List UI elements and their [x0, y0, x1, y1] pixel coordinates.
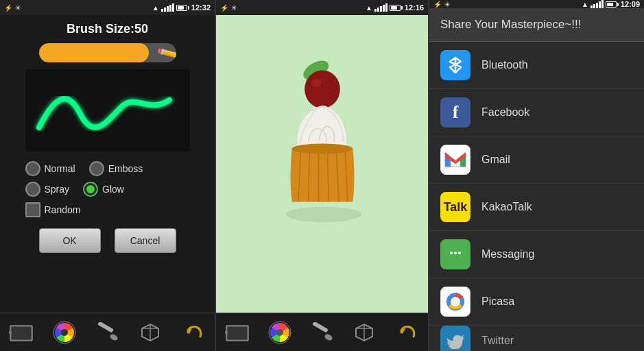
spray-label: Spray	[45, 184, 70, 195]
glow-radio[interactable]	[83, 182, 98, 197]
svg-rect-1	[12, 327, 31, 339]
brush-icon-2	[309, 322, 334, 343]
share-dialog-title: Share Your Masterpiece~!!!	[440, 18, 633, 32]
svg-point-28	[324, 332, 333, 341]
wifi-icon-1: ▲	[152, 4, 159, 12]
brush-toolbar-icon[interactable]	[93, 319, 121, 346]
status-icons-left-2: ⚡ ✳	[220, 4, 237, 12]
share-item-picasa[interactable]: Picasa	[429, 278, 644, 326]
spray-option[interactable]: Spray	[25, 182, 70, 197]
status-bar-2: ⚡ ✳ ▲ 12:16	[216, 0, 428, 15]
random-label: Random	[45, 204, 81, 215]
color-wheel-toolbar-icon-2[interactable]	[266, 319, 294, 346]
signal-bars-3	[591, 0, 604, 8]
options-row-1: Normal Emboss	[25, 161, 143, 176]
twitter-app-name: Twitter	[481, 335, 514, 347]
undo-toolbar-icon-2[interactable]	[393, 319, 420, 346]
normal-radio[interactable]	[25, 161, 40, 176]
share-item-kakaotalk[interactable]: Talk KakaoTalk	[429, 184, 644, 231]
brush-slider[interactable]: ✏️	[39, 43, 176, 62]
twitter-icon-svg	[446, 332, 465, 349]
brush-options: Normal Emboss Spray Glow	[25, 161, 190, 217]
battery-icon-3	[606, 1, 619, 8]
svg-point-4	[61, 329, 68, 336]
options-row-2: Spray Glow	[25, 182, 124, 197]
status-right-3: ▲ 12:09	[582, 0, 640, 8]
gmail-icon-svg	[444, 150, 467, 169]
share-item-facebook[interactable]: f Facebook	[429, 89, 644, 136]
svg-point-12	[305, 70, 340, 108]
svg-point-44	[451, 297, 460, 306]
normal-option[interactable]: Normal	[25, 161, 75, 176]
share-items-list: Bluetooth f Facebook Gmail	[429, 42, 644, 351]
picasa-app-name: Picasa	[481, 295, 514, 308]
messaging-icon-svg	[444, 245, 466, 264]
color-wheel-toolbar-icon[interactable]	[51, 319, 78, 346]
status-time-3: 12:09	[621, 0, 640, 8]
battery-icon-1	[176, 5, 189, 11]
status-time-2: 12:16	[405, 3, 424, 12]
bluetooth-icon-2: ✳	[231, 4, 237, 12]
canvas-toolbar-icon-2[interactable]	[224, 319, 251, 346]
glow-option[interactable]: Glow	[83, 182, 124, 197]
kakaotalk-app-name: KakaoTalk	[481, 201, 532, 213]
glow-label: Glow	[102, 184, 124, 195]
share-item-messaging[interactable]: Messaging	[429, 231, 644, 278]
share-item-twitter[interactable]: Twitter	[429, 326, 644, 351]
cancel-button[interactable]: Cancel	[115, 228, 176, 253]
share-item-bluetooth[interactable]: Bluetooth	[429, 42, 644, 89]
canvas-toolbar-icon[interactable]	[8, 319, 35, 346]
twitter-app-icon	[440, 326, 470, 351]
normal-label: Normal	[45, 163, 75, 174]
options-row-3: Random	[25, 202, 81, 217]
share-item-gmail[interactable]: Gmail	[429, 136, 644, 184]
brush-toolbar-icon-2[interactable]	[308, 319, 335, 346]
cube-toolbar-icon[interactable]	[136, 319, 164, 346]
emboss-label: Emboss	[108, 163, 143, 174]
bluetooth-icon-svg	[447, 55, 464, 75]
svg-point-13	[311, 79, 321, 86]
svg-rect-5	[98, 322, 115, 333]
canvas-icon	[9, 323, 34, 342]
facebook-f-letter: f	[453, 102, 459, 123]
facebook-app-icon: f	[440, 97, 470, 128]
usb-icon-2: ⚡	[220, 4, 228, 12]
brush-title: Brush Size:50	[67, 22, 148, 36]
random-checkbox[interactable]	[25, 202, 40, 217]
status-bar-3: ⚡ ✳ ▲ 12:09	[429, 0, 644, 8]
battery-icon-2	[390, 5, 403, 11]
signal-bars-2	[374, 3, 387, 12]
status-bar-1: ⚡ ✳ ▲ 12:32	[0, 0, 215, 15]
bluetooth-app-name: Bluetooth	[481, 59, 528, 71]
bluetooth-icon-3: ✳	[444, 1, 450, 8]
drawing-canvas[interactable]	[216, 15, 428, 313]
bottom-toolbar-2	[216, 313, 428, 351]
svg-point-42	[458, 252, 461, 254]
usb-icon: ⚡	[4, 4, 12, 12]
emboss-option[interactable]: Emboss	[89, 161, 143, 176]
ok-button[interactable]: OK	[39, 228, 101, 253]
svg-point-40	[450, 252, 453, 254]
squiggle-preview	[32, 80, 183, 148]
usb-icon-3: ⚡	[433, 1, 442, 8]
undo-toolbar-icon[interactable]	[180, 319, 207, 346]
picasa-icon-svg	[444, 290, 467, 313]
emboss-radio[interactable]	[89, 161, 104, 176]
gmail-app-name: Gmail	[481, 154, 510, 166]
wifi-icon-2: ▲	[366, 4, 372, 12]
svg-point-41	[454, 252, 457, 254]
svg-point-21	[285, 207, 361, 222]
undo-icon	[182, 322, 204, 343]
cupcake-drawing	[240, 40, 405, 287]
drawing-panel: ⚡ ✳ ▲ 12:16	[215, 0, 429, 351]
glow-radio-inner	[86, 185, 95, 193]
pencil-icon: ✏️	[156, 43, 176, 62]
brush-size-panel: ⚡ ✳ ▲ 12:32 Brush Size:50	[0, 0, 215, 351]
cube-toolbar-icon-2[interactable]	[350, 319, 378, 346]
svg-point-6	[109, 332, 119, 341]
random-option[interactable]: Random	[25, 202, 81, 217]
svg-rect-23	[228, 327, 247, 339]
spray-radio[interactable]	[25, 182, 40, 197]
picasa-app-icon	[440, 287, 470, 317]
cube-icon	[139, 322, 161, 343]
